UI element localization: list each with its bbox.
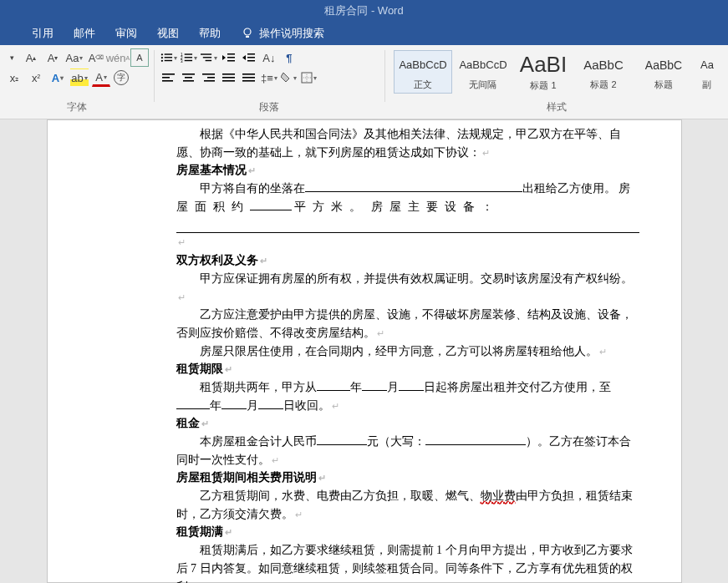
styles-group: AaBbCcD正文 AaBbCcD无间隔 AaBI标题 1 AaBbC标题 2 … (385, 45, 728, 119)
svg-rect-19 (247, 53, 255, 55)
doc-heading: 房屋租赁期间相关费用说明 (176, 471, 317, 484)
show-marks-icon[interactable]: ¶ (280, 48, 298, 67)
svg-rect-14 (203, 57, 211, 58)
paragraph-group: ▾ 123▾ ▾ A↓ ¶ (155, 45, 384, 119)
svg-rect-8 (185, 53, 192, 54)
svg-point-3 (161, 57, 163, 58)
style-nospacing[interactable]: AaBbCcD无间隔 (454, 50, 512, 94)
font-color-icon[interactable]: A▾ (92, 68, 110, 87)
svg-rect-29 (207, 77, 215, 79)
doc-heading: 租赁期限 (176, 362, 223, 375)
justify-icon[interactable] (220, 68, 238, 87)
superscript-icon[interactable]: x² (27, 68, 45, 87)
grow-font-icon[interactable]: A▴ (22, 48, 40, 67)
sort-icon[interactable]: A↓ (260, 48, 278, 67)
svg-rect-22 (162, 74, 175, 75)
tab-references[interactable]: 引用 (32, 26, 53, 41)
clear-format-icon[interactable]: A⌫ (87, 48, 105, 67)
svg-rect-17 (227, 57, 235, 58)
svg-rect-36 (242, 80, 255, 82)
spell-error: 物业费 (481, 489, 516, 502)
svg-rect-13 (201, 53, 211, 54)
svg-rect-16 (227, 53, 235, 55)
svg-rect-21 (247, 60, 255, 62)
styles-group-label: 样式 (390, 100, 723, 117)
style-subtitle[interactable]: Aa副 (695, 50, 720, 94)
style-title[interactable]: AaBbC标题 (634, 50, 693, 94)
svg-rect-28 (202, 74, 215, 75)
svg-rect-23 (162, 77, 170, 79)
svg-rect-35 (242, 77, 255, 79)
distributed-icon[interactable] (240, 68, 258, 87)
bulb-icon (241, 27, 254, 40)
shading-icon[interactable]: ▾ (280, 68, 298, 87)
shrink-font-icon[interactable]: A▾ (43, 48, 62, 67)
svg-point-0 (244, 28, 251, 35)
tab-view[interactable]: 视图 (157, 26, 179, 41)
doc-heading: 租赁期满 (176, 525, 223, 538)
highlight-icon[interactable]: ab▾ (70, 68, 89, 87)
multilevel-icon[interactable]: ▾ (200, 48, 218, 67)
numbering-icon[interactable]: 123▾ (180, 48, 198, 67)
svg-rect-26 (185, 77, 192, 79)
phonetic-guide-icon[interactable]: wénA (109, 48, 127, 67)
align-left-icon[interactable] (160, 68, 178, 87)
svg-rect-30 (204, 80, 215, 82)
svg-rect-33 (222, 80, 235, 82)
svg-rect-34 (242, 74, 255, 75)
tab-help[interactable]: 帮助 (199, 26, 221, 41)
svg-rect-12 (185, 60, 192, 61)
subscript-icon[interactable]: x₂ (5, 68, 23, 87)
svg-rect-2 (165, 53, 172, 54)
document-page[interactable]: 根据《中华人民共和国合同法》及其他相关法律、法规规定，甲乙双方在平等、自愿、协商… (47, 119, 682, 583)
menu-bar: 引用 邮件 审阅 视图 帮助 操作说明搜索 (0, 22, 728, 45)
doc-heading: 租金 (176, 417, 200, 429)
svg-point-1 (161, 53, 163, 55)
decrease-indent-icon[interactable] (220, 48, 238, 67)
borders-icon[interactable]: ▾ (300, 68, 318, 87)
svg-rect-24 (162, 80, 173, 82)
svg-rect-20 (247, 57, 255, 58)
svg-rect-4 (165, 57, 172, 58)
font-group-label: 字体 (5, 100, 149, 117)
align-right-icon[interactable] (200, 68, 218, 87)
tell-me-search[interactable]: 操作说明搜索 (241, 26, 324, 41)
font-group: ▾ A▴ A▾ Aa▾ A⌫ wénA A x₂ x² A▾ ab▾ A▾ 字 … (0, 45, 154, 119)
increase-indent-icon[interactable] (240, 48, 258, 67)
char-border-icon[interactable]: A (130, 48, 149, 67)
ribbon: ▾ A▴ A▾ Aa▾ A⌫ wénA A x₂ x² A▾ ab▾ A▾ 字 … (0, 45, 728, 119)
style-heading2[interactable]: AaBbC标题 2 (574, 50, 633, 94)
style-heading1[interactable]: AaBI标题 1 (514, 50, 573, 94)
svg-rect-27 (183, 80, 194, 82)
style-normal[interactable]: AaBbCcD正文 (394, 50, 452, 94)
svg-rect-10 (185, 57, 192, 58)
svg-rect-31 (222, 74, 235, 75)
enclosed-char-icon[interactable]: 字 (114, 70, 129, 85)
svg-rect-25 (182, 74, 195, 75)
svg-text:3: 3 (181, 59, 183, 63)
text-effects-icon[interactable]: A▾ (48, 68, 67, 87)
line-spacing-icon[interactable]: ‡≡▾ (260, 68, 278, 87)
doc-heading: 房屋基本情况 (176, 164, 247, 176)
doc-heading: 双方权利及义务 (176, 254, 258, 266)
paragraph-group-label: 段落 (160, 100, 379, 117)
align-center-icon[interactable] (180, 68, 198, 87)
change-case-icon[interactable]: Aa▾ (65, 48, 84, 67)
tab-review[interactable]: 审阅 (115, 26, 137, 41)
svg-rect-6 (165, 60, 172, 61)
svg-rect-32 (222, 77, 235, 79)
document-area[interactable]: 根据《中华人民共和国合同法》及其他相关法律、法规规定，甲乙双方在平等、自愿、协商… (0, 119, 728, 583)
svg-point-5 (161, 60, 163, 62)
svg-rect-15 (206, 60, 212, 61)
title-bar: 租房合同 - Word (0, 0, 728, 22)
font-dropdown-icon[interactable]: ▾ (5, 48, 18, 67)
bullets-icon[interactable]: ▾ (160, 48, 178, 67)
tab-mailings[interactable]: 邮件 (74, 26, 95, 41)
doc-line: 根据《中华人民共和国合同法》及其他相关法律、法规规定，甲乙双方在平等、自愿、协商… (176, 128, 621, 159)
svg-rect-18 (227, 60, 235, 62)
window-title: 租房合同 - Word (324, 3, 403, 18)
